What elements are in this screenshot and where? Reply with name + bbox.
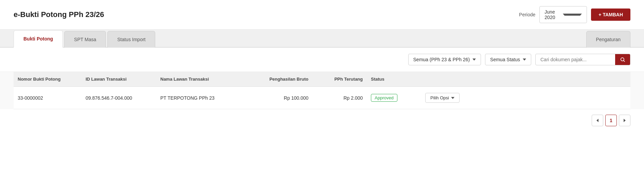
- periode-value: June 2020: [544, 9, 560, 20]
- page-1-button[interactable]: 1: [605, 115, 617, 126]
- cell-status: Approved: [367, 94, 421, 102]
- chevron-down-icon: [451, 97, 454, 99]
- cell-nama-lawan: PT TERPOTONG PPh 23: [156, 95, 245, 101]
- cell-penghasilan: Rp 100.000: [245, 95, 312, 101]
- col-header-pph: PPh Terutang: [312, 77, 367, 82]
- cell-id-lawan: 09.876.546.7-004.000: [82, 95, 156, 101]
- table-section: Nomor Bukti Potong ID Lawan Transaksi Na…: [0, 72, 644, 109]
- page-title: e-Bukti Potong PPh 23/26: [14, 10, 104, 19]
- search-icon: [620, 57, 625, 62]
- tabs-bar: Bukti Potong SPT Masa Status Import Peng…: [0, 30, 644, 48]
- chevron-left-icon: [596, 119, 598, 122]
- prev-page-button[interactable]: [592, 115, 603, 126]
- status-filter-value: Semua Status: [490, 57, 520, 62]
- svg-line-1: [624, 61, 625, 62]
- status-badge: Approved: [371, 94, 397, 102]
- tambah-button[interactable]: + TAMBAH: [591, 9, 630, 21]
- search-input[interactable]: [536, 54, 615, 65]
- pilih-opsi-button[interactable]: Pilih Opsi: [425, 93, 460, 103]
- col-header-action: [421, 77, 482, 82]
- col-header-id: ID Lawan Transaksi: [82, 77, 156, 82]
- header-right: Periode June 2020 + TAMBAH: [519, 6, 630, 23]
- tab-status-import[interactable]: Status Import: [107, 31, 155, 48]
- table-header: Nomor Bukti Potong ID Lawan Transaksi Na…: [14, 72, 630, 87]
- page-wrapper: e-Bukti Potong PPh 23/26 Periode June 20…: [0, 0, 644, 181]
- search-box: [535, 54, 630, 65]
- tab-pengaturan[interactable]: Pengaturan: [586, 31, 630, 48]
- pph-filter-dropdown[interactable]: Semua (PPh 23 & PPh 26): [408, 54, 481, 65]
- table-row: 33-0000002 09.876.546.7-004.000 PT TERPO…: [14, 87, 630, 109]
- status-filter-dropdown[interactable]: Semua Status: [485, 54, 531, 65]
- search-button[interactable]: [615, 54, 630, 65]
- cell-pph-terutang: Rp 2.000: [312, 95, 367, 101]
- pph-filter-value: Semua (PPh 23 & PPh 26): [413, 57, 470, 62]
- col-header-status: Status: [367, 77, 421, 82]
- col-header-nomor: Nomor Bukti Potong: [14, 77, 82, 82]
- pagination-row: 1: [0, 109, 644, 132]
- next-page-button[interactable]: [619, 115, 630, 126]
- periode-dropdown[interactable]: June 2020: [539, 6, 587, 23]
- tab-bukti-potong[interactable]: Bukti Potong: [14, 30, 63, 48]
- tab-spt-masa[interactable]: SPT Masa: [64, 31, 106, 48]
- chevron-right-icon: [624, 119, 626, 122]
- cell-nomor: 33-0000002: [14, 95, 82, 101]
- filters-row: Semua (PPh 23 & PPh 26) Semua Status: [0, 48, 644, 72]
- chevron-down-icon: [472, 59, 476, 61]
- chevron-down-icon: [523, 59, 526, 61]
- cell-action: Pilih Opsi: [421, 93, 482, 103]
- chevron-down-icon: [563, 14, 582, 16]
- col-header-nama: Nama Lawan Transaksi: [156, 77, 245, 82]
- header: e-Bukti Potong PPh 23/26 Periode June 20…: [0, 0, 644, 30]
- col-header-penghasilan: Penghasilan Bruto: [245, 77, 312, 82]
- periode-label: Periode: [519, 12, 535, 17]
